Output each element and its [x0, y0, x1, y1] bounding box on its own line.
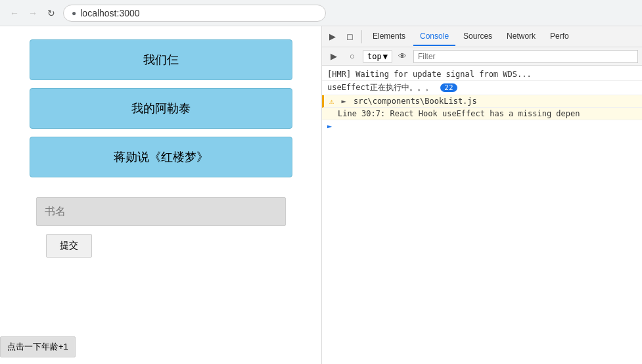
submit-button[interactable]: 提交: [46, 234, 92, 258]
context-selector[interactable]: top ▼: [363, 50, 392, 63]
address-bar[interactable]: ● localhost:3000: [63, 5, 326, 22]
age-increment-button[interactable]: 点击一下年龄+1: [0, 336, 76, 357]
eye-icon-button[interactable]: 👁: [395, 49, 411, 64]
url-text: localhost:3000: [80, 8, 139, 18]
devtools-panel: ▶ ◻ Elements Console Sources Network Per…: [322, 26, 642, 364]
console-line-hmr: [HMR] Waiting for update signal from WDS…: [322, 68, 642, 81]
tab-network[interactable]: Network: [500, 28, 542, 46]
tab-performance[interactable]: Perfo: [543, 28, 576, 46]
inspect-element-button[interactable]: ▶: [325, 29, 340, 45]
chevron-down-icon: ▼: [383, 52, 388, 61]
console-prompt-line: ►: [322, 120, 642, 132]
book-item-2[interactable]: 蒋勋说《红楼梦》: [30, 137, 292, 177]
console-toolbar: ▶ ○ top ▼ 👁: [322, 47, 642, 66]
tab-divider: [361, 30, 362, 43]
warning-file: src\components\BookList.js: [354, 97, 477, 106]
useeffect-text: useEffect正在执行中。。。: [327, 83, 433, 92]
clear-console-button[interactable]: ○: [344, 49, 360, 64]
book-name-input[interactable]: [36, 197, 286, 226]
tab-sources[interactable]: Sources: [457, 28, 499, 46]
console-line-warning: ⚠ ► src\components\BookList.js: [322, 95, 642, 108]
console-line-warning-sub: Line 30:7: React Hook useEffect has a mi…: [322, 108, 642, 120]
console-line-useeffect: useEffect正在执行中。。。 22: [322, 81, 642, 95]
browser-chrome: ← → ↻ ● localhost:3000: [0, 0, 642, 26]
prompt-arrow-icon: ►: [327, 122, 332, 131]
console-filter-input[interactable]: [413, 50, 638, 63]
main-layout: 我们仨 我的阿勒泰 蒋勋说《红楼梦》 提交 点击一下年龄+1 ▶ ◻ Eleme…: [0, 26, 642, 364]
count-badge: 22: [440, 83, 457, 92]
context-label: top: [367, 52, 382, 61]
console-run-button[interactable]: ▶: [326, 49, 342, 64]
book-item-0[interactable]: 我们仨: [30, 39, 292, 80]
console-output: [HMR] Waiting for update signal from WDS…: [322, 66, 642, 364]
book-item-1[interactable]: 我的阿勒泰: [30, 88, 292, 129]
back-button[interactable]: ←: [8, 7, 21, 20]
lock-icon: ●: [72, 9, 76, 18]
warning-sub-text: Line 30:7: React Hook useEffect has a mi…: [338, 109, 580, 118]
app-panel: 我们仨 我的阿勒泰 蒋勋说《红楼梦》 提交 点击一下年龄+1: [0, 26, 322, 364]
tab-console[interactable]: Console: [413, 28, 455, 46]
device-toggle-button[interactable]: ◻: [342, 29, 357, 45]
tab-elements[interactable]: Elements: [366, 28, 412, 46]
hmr-text: [HMR] Waiting for update signal from WDS…: [327, 70, 532, 79]
forward-button[interactable]: →: [26, 7, 39, 20]
expand-arrow-icon[interactable]: ►: [341, 97, 346, 106]
reload-button[interactable]: ↻: [45, 7, 58, 20]
warning-icon: ⚠: [329, 97, 334, 106]
devtools-tabs: ▶ ◻ Elements Console Sources Network Per…: [322, 26, 642, 47]
